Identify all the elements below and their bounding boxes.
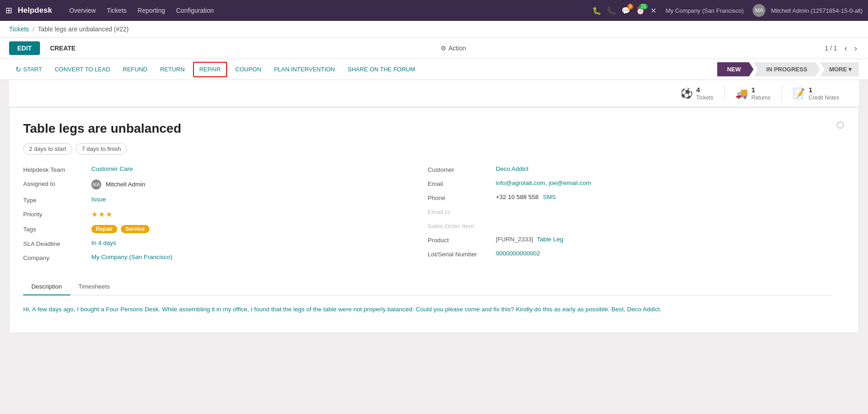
avatar[interactable]: MA [753, 4, 765, 17]
returns-icon: 🚚 [735, 88, 748, 100]
assigned-avatar: MA [91, 180, 101, 190]
tickets-icon: ⚽ [680, 88, 693, 100]
pagination-info: 1 / 1 [825, 45, 837, 52]
priority-stars[interactable]: ★★★ [91, 210, 113, 219]
assigned-to-value: MA Mitchell Admin [91, 180, 145, 190]
type-label: Type [23, 196, 91, 204]
breadcrumb: Tickets / Table legs are unbalanced (#22… [0, 21, 868, 38]
priority-row: Priority ★★★ [23, 210, 419, 219]
assigned-to-row: Assigned to MA Mitchell Admin [23, 180, 419, 190]
tag-service[interactable]: Service [121, 225, 149, 233]
tickets-label: Tickets [696, 95, 714, 102]
next-arrow[interactable]: › [853, 44, 859, 53]
edit-button[interactable]: EDIT [9, 41, 40, 55]
lot-serial-value[interactable]: 0000000000002 [496, 250, 541, 257]
tickets-count: 4 [696, 85, 714, 95]
tab-description[interactable]: Description [23, 279, 70, 295]
stats-bar: ⚽ 4 Tickets 🚚 1 Returns 📝 1 Credit Notes [9, 80, 859, 107]
sms-link[interactable]: SMS [543, 194, 556, 200]
nav-links: Overview Tickets Reporting Configuration [65, 5, 589, 16]
create-button[interactable]: CREATE [44, 41, 82, 55]
return-button[interactable]: RETURN [154, 59, 191, 80]
form-right: Customer Deco Addict Email info@agrolait… [428, 165, 833, 268]
chat-badge: 9 [627, 4, 634, 10]
lot-serial-row: Lot/Serial Number 0000000000002 [428, 250, 823, 258]
product-name[interactable]: Table Leg [537, 236, 564, 243]
radio-button[interactable] [837, 121, 845, 129]
company-label: Company [23, 254, 91, 261]
returns-label: Returns [751, 95, 770, 102]
coupon-button[interactable]: COUPON [229, 59, 268, 80]
share-forum-button[interactable]: SHARE ON THE FORUM [341, 59, 422, 80]
product-value: [FURN_2333] Table Leg [496, 236, 564, 243]
stat-credit-notes[interactable]: 📝 1 Credit Notes [781, 85, 850, 101]
sales-order-row: Sales Order Item [428, 222, 823, 229]
username: Mitchell Admin (12571854-15-0-all) [771, 7, 863, 14]
top-navigation: ⊞ Helpdesk Overview Tickets Reporting Co… [0, 0, 868, 21]
ticket-title: Table legs are unbalanced [23, 121, 832, 136]
refund-button[interactable]: REFUND [116, 59, 154, 80]
start-button[interactable]: ↻ START [9, 59, 48, 80]
nav-configuration[interactable]: Configuration [171, 5, 218, 16]
customer-label: Customer [428, 165, 496, 173]
tab-timesheets[interactable]: Timesheets [70, 279, 118, 295]
phone-row: Phone +32 10 588 558 SMS [428, 194, 823, 201]
credit-notes-count: 1 [808, 85, 839, 95]
helpdesk-team-value[interactable]: Customer Care [91, 165, 133, 172]
status-inprogress[interactable]: IN PROGRESS [754, 62, 820, 76]
stat-tickets[interactable]: ⚽ 4 Tickets [670, 85, 724, 101]
days-to-finish-badge: 7 days to finish [76, 143, 127, 155]
sla-deadline-label: SLA Deadline [23, 239, 91, 247]
bug-icon[interactable]: 🐛 [592, 6, 601, 15]
main-card: Table legs are unbalanced 2 days to star… [9, 107, 859, 333]
stat-returns[interactable]: 🚚 1 Returns [724, 85, 781, 101]
tags-label: Tags [23, 225, 91, 233]
tag-repair[interactable]: Repair [91, 225, 117, 233]
helpdesk-team-label: Helpdesk Team [23, 165, 91, 173]
company-value[interactable]: My Company (San Francisco) [91, 254, 173, 260]
phone-icon[interactable]: 📞 [607, 6, 616, 15]
customer-value[interactable]: Deco Addict [496, 165, 529, 172]
phone-label: Phone [428, 194, 496, 201]
sla-deadline-value[interactable]: In 4 days [91, 239, 116, 246]
plan-intervention-button[interactable]: PLAN INTERVENTION [268, 59, 341, 80]
credit-notes-label: Credit Notes [808, 95, 839, 102]
product-row: Product [FURN_2333] Table Leg [428, 236, 823, 244]
email-cc-label: Email cc [428, 208, 496, 215]
repair-button[interactable]: REPAIR [193, 62, 227, 77]
action-label: Action [448, 45, 466, 52]
breadcrumb-current: Table legs are unbalanced (#22) [38, 25, 129, 33]
status-new[interactable]: NEW [717, 62, 754, 76]
form-left: Helpdesk Team Customer Care Assigned to … [23, 165, 428, 268]
email-row: Email info@agrolait.com, joe@email.com [428, 180, 823, 187]
content-area: ⚽ 4 Tickets 🚚 1 Returns 📝 1 Credit Notes [0, 80, 868, 342]
breadcrumb-separator: / [33, 25, 35, 33]
nav-overview[interactable]: Overview [65, 5, 100, 16]
chat-icon[interactable]: 💬 9 [621, 6, 630, 15]
breadcrumb-parent[interactable]: Tickets [9, 25, 29, 33]
priority-label: Priority [23, 210, 91, 218]
status-more[interactable]: MORE ▾ [820, 62, 859, 76]
lot-serial-label: Lot/Serial Number [428, 250, 496, 258]
returns-count: 1 [751, 85, 770, 95]
email-value[interactable]: info@agrolait.com, joe@email.com [496, 180, 591, 186]
app-brand[interactable]: Helpdesk [18, 6, 52, 15]
settings-icon[interactable]: ✕ [650, 6, 656, 15]
assigned-to-label: Assigned to [23, 180, 91, 187]
nav-reporting[interactable]: Reporting [133, 5, 170, 16]
prev-arrow[interactable]: ‹ [843, 44, 849, 53]
email-cc-row: Email cc [428, 208, 823, 215]
product-label: Product [428, 236, 496, 244]
sla-deadline-row: SLA Deadline In 4 days [23, 239, 419, 247]
tabs-bar: Description Timesheets [23, 279, 832, 295]
convert-to-lead-button[interactable]: CONVERT TO LEAD [48, 59, 116, 80]
type-row: Type Issue [23, 196, 419, 204]
company-name: My Company (San Francisco) [665, 7, 744, 14]
clock-icon[interactable]: ⏰ 25 [636, 6, 645, 15]
email-label: Email [428, 180, 496, 187]
gear-icon: ⚙ [441, 45, 446, 52]
nav-tickets[interactable]: Tickets [102, 5, 131, 16]
type-value[interactable]: Issue [91, 196, 106, 203]
grid-icon[interactable]: ⊞ [5, 5, 12, 15]
action-dropdown[interactable]: ⚙ Action [441, 45, 466, 52]
